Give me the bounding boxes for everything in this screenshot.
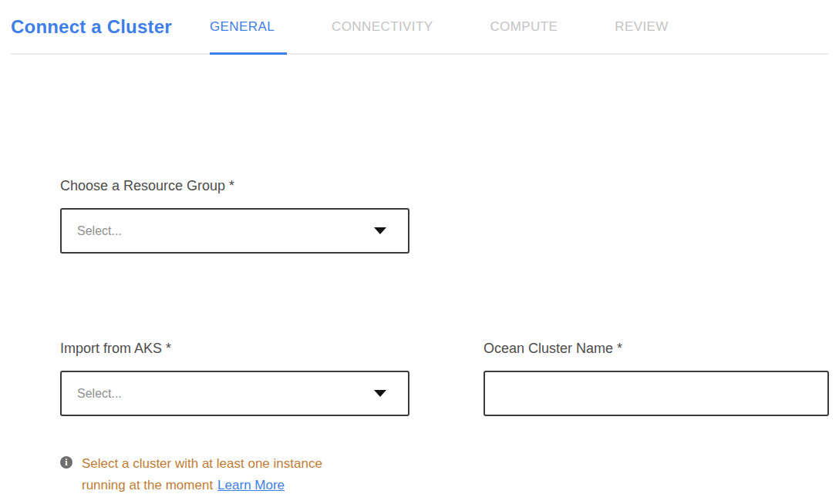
tab-review[interactable]: REVIEW	[615, 0, 680, 53]
import-aks-field: Import from AKS * Select... i Select a c…	[60, 340, 409, 496]
import-aks-placeholder: Select...	[77, 387, 122, 401]
tab-compute[interactable]: COMPUTE	[490, 0, 570, 53]
import-aks-select[interactable]: Select...	[60, 371, 409, 416]
chevron-down-icon	[374, 390, 386, 397]
note-text: Select a cluster with at least one insta…	[82, 453, 369, 496]
import-aks-label: Import from AKS *	[60, 340, 409, 357]
tab-general[interactable]: GENERAL	[210, 0, 287, 53]
chevron-down-icon	[374, 227, 386, 234]
resource-group-select[interactable]: Select...	[60, 208, 409, 254]
resource-group-field: Choose a Resource Group * Select...	[60, 177, 839, 254]
learn-more-link[interactable]: Learn More	[217, 478, 285, 492]
wizard-tabs: GENERAL CONNECTIVITY COMPUTE REVIEW	[210, 0, 726, 53]
cluster-name-input[interactable]	[484, 371, 829, 416]
cluster-name-field: Ocean Cluster Name *	[484, 340, 829, 416]
tab-connectivity[interactable]: CONNECTIVITY	[332, 0, 445, 53]
wizard-header: Connect a Cluster GENERAL CONNECTIVITY C…	[11, 0, 828, 55]
general-step-form: Choose a Resource Group * Select... Impo…	[0, 55, 839, 496]
info-icon: i	[60, 456, 72, 469]
note-message: Select a cluster with at least one insta…	[82, 456, 322, 492]
page-title: Connect a Cluster	[11, 0, 210, 53]
cluster-name-label: Ocean Cluster Name *	[484, 340, 829, 357]
resource-group-label: Choose a Resource Group *	[60, 177, 839, 194]
resource-group-placeholder: Select...	[77, 224, 122, 238]
cluster-instance-note: i Select a cluster with at least one ins…	[60, 453, 409, 496]
